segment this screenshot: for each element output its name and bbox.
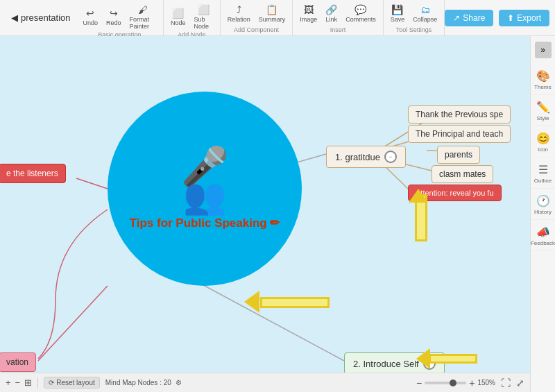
svg-line-8 xyxy=(38,286,108,361)
zoom-slider-thumb xyxy=(450,380,456,386)
bottom-bar: + − ⊞ ⟳ Reset layout Mind Map Nodes : 20… xyxy=(0,373,530,392)
add-icon[interactable]: + xyxy=(6,377,11,388)
left-arrow2-head xyxy=(416,348,430,369)
basic-operation-section: ↩ Undo ↪ Redo 🖌 Format Painter Basic ope… xyxy=(76,0,164,36)
listeners-node[interactable]: e the listeners xyxy=(0,164,66,183)
fullscreen-button[interactable]: ⛶ xyxy=(501,377,511,389)
comments-button[interactable]: 💬 Comments xyxy=(343,3,379,24)
vation-label: vation xyxy=(6,357,28,367)
redo-button[interactable]: ↪ Redo xyxy=(103,6,124,28)
undo-button[interactable]: ↩ Undo xyxy=(80,6,101,28)
back-icon: ◀ xyxy=(11,12,18,23)
insert-section: 🖼 Image 🔗 Link 💬 Comments Insert xyxy=(293,0,384,36)
speaker-audience-icon: 👥 xyxy=(183,182,226,210)
main-area: 🎤 👥 Tips for Public Speaking ✏ 1. gratit… xyxy=(0,36,555,392)
bottom-info: Mind Map Nodes : 20 ⚙ xyxy=(105,379,182,386)
center-node[interactable]: 🎤 👥 Tips for Public Speaking ✏ xyxy=(108,92,302,286)
svg-line-6 xyxy=(76,178,108,189)
thank-node[interactable]: Thank the Previous spe xyxy=(408,105,511,123)
listeners-label: e the listeners xyxy=(6,169,58,178)
grid-icon[interactable]: ⊞ xyxy=(24,377,32,388)
fit-screen-button[interactable]: ⤢ xyxy=(516,377,524,389)
principal-label: The Principal and teach xyxy=(416,129,503,139)
sidebar-item-icon[interactable]: 😊 Icon xyxy=(531,128,555,157)
zoom-controls: − + 150% ⛶ ⤢ xyxy=(416,377,524,389)
up-arrow-head xyxy=(409,189,428,203)
classmates-node[interactable]: clasm mates xyxy=(432,165,493,183)
bottom-icons: + − ⊞ xyxy=(6,377,32,388)
sidebar-item-style[interactable]: ✏️ Style xyxy=(531,96,555,126)
redo-icon: ↪ xyxy=(110,8,118,19)
share-button[interactable]: ↗ Share xyxy=(445,10,493,26)
mind-map-canvas[interactable]: 🎤 👥 Tips for Public Speaking ✏ 1. gratit… xyxy=(0,36,530,392)
zoom-in-button[interactable]: + xyxy=(469,377,475,389)
relation-button[interactable]: ⤴ Relation xyxy=(225,3,253,24)
parents-node[interactable]: parents xyxy=(437,146,480,164)
history-icon: 🕐 xyxy=(536,194,550,207)
zoom-percentage: 150% xyxy=(477,379,495,386)
sub-node-button[interactable]: ⬜ Sub Node xyxy=(191,3,215,31)
principal-node[interactable]: The Principal and teach xyxy=(408,125,511,143)
sidebar-collapse-button[interactable]: » xyxy=(535,42,552,58)
right-arrow2-body xyxy=(429,354,477,364)
zoom-slider[interactable] xyxy=(425,382,466,384)
right-sidebar: » 🎨 Theme ✏️ Style 😊 Icon ☰ Outline 🕐 Hi… xyxy=(530,36,555,392)
collapse-icon: 🗂 xyxy=(420,4,430,15)
image-icon: 🖼 xyxy=(304,4,314,15)
back-button[interactable]: ◀ presentation xyxy=(6,10,76,26)
link-icon: 🔗 xyxy=(325,4,337,15)
node-icon: ⬜ xyxy=(172,8,184,19)
classmates-label: clasm mates xyxy=(439,169,486,179)
zoom-out-button[interactable]: − xyxy=(416,377,422,389)
bottom-divider1 xyxy=(37,377,38,389)
gratitude-label: 1. gratitdue xyxy=(335,152,380,162)
export-button[interactable]: ⬆ Export xyxy=(499,10,549,26)
thank-label: Thank the Previous spe xyxy=(416,110,503,119)
node-button[interactable]: ⬜ Node xyxy=(168,6,189,28)
summary-icon: 📋 xyxy=(266,4,278,15)
reset-icon: ⟳ xyxy=(49,379,54,386)
sidebar-item-feedback[interactable]: 📣 Feedback xyxy=(531,221,555,251)
toolbar: ◀ presentation ↩ Undo ↪ Redo 🖌 Format Pa… xyxy=(0,0,555,36)
tool-settings-section: 💾 Save 🗂 Collapse Tool Settings xyxy=(384,0,445,36)
add-component-section: ⤴ Relation 📋 Summary Add Component xyxy=(221,0,293,36)
theme-icon: 🎨 xyxy=(536,69,550,83)
vation-node[interactable]: vation xyxy=(0,352,36,372)
center-node-label: Tips for Public Speaking ✏ xyxy=(123,216,287,230)
summary-button[interactable]: 📋 Summary xyxy=(256,3,289,24)
collapse-button[interactable]: 🗂 Collapse xyxy=(410,3,440,24)
image-button[interactable]: 🖼 Image xyxy=(297,3,320,24)
sidebar-item-history[interactable]: 🕐 History xyxy=(531,190,555,220)
relation-icon: ⤴ xyxy=(237,4,241,15)
link-button[interactable]: 🔗 Link xyxy=(323,3,340,24)
save-button[interactable]: 💾 Save xyxy=(388,3,408,24)
reset-layout-button[interactable]: ⟳ Reset layout xyxy=(44,377,100,389)
icon-picker-icon: 😊 xyxy=(536,132,550,145)
sidebar-item-theme[interactable]: 🎨 Theme xyxy=(531,65,555,95)
outline-icon: ☰ xyxy=(538,163,548,176)
node-count: Mind Map Nodes : 20 xyxy=(105,379,171,386)
gratitude-node[interactable]: 1. gratitdue − xyxy=(326,146,406,168)
presentation-title: presentation xyxy=(21,12,71,23)
format-painter-icon: 🖌 xyxy=(138,4,148,15)
left-arrow-head xyxy=(244,291,259,313)
parents-label: parents xyxy=(445,150,472,160)
settings-icon[interactable]: ⚙ xyxy=(176,379,182,386)
minus-icon[interactable]: − xyxy=(15,377,21,388)
share-export-area: ↗ Share ⬆ Export xyxy=(445,10,549,26)
sidebar-item-outline[interactable]: ☰ Outline xyxy=(531,159,555,189)
feedback-icon: 📣 xyxy=(536,225,550,239)
add-node-section: ⬜ Node ⬜ Sub Node Add Node xyxy=(164,0,221,36)
share-icon: ↗ xyxy=(453,13,460,23)
format-painter-button[interactable]: 🖌 Format Painter xyxy=(127,3,159,31)
comments-icon: 💬 xyxy=(355,4,366,15)
undo-icon: ↩ xyxy=(86,8,94,19)
export-icon: ⬆ xyxy=(507,13,514,23)
gratitude-expand-icon[interactable]: − xyxy=(384,151,397,163)
sub-node-icon: ⬜ xyxy=(198,4,210,15)
right-arrow-body xyxy=(260,297,330,308)
introduce-label: 2. Introduce Self xyxy=(353,359,419,369)
style-icon: ✏️ xyxy=(536,101,550,114)
save-icon: 💾 xyxy=(391,4,403,15)
